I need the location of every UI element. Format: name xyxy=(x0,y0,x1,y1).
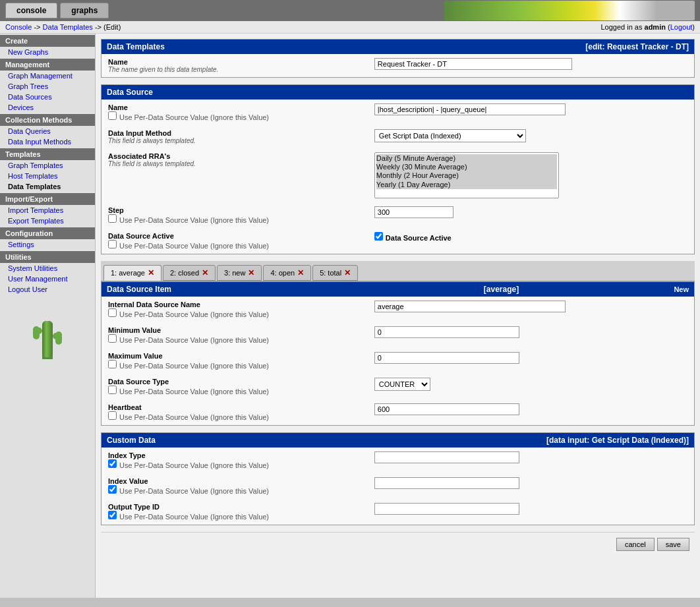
cd-index-value-input[interactable] xyxy=(374,477,519,489)
ds-step-checkbox[interactable] xyxy=(108,214,117,223)
tab-new[interactable]: 3: new ✕ xyxy=(217,265,262,281)
dsi-max-row: Maximum Value Use Per-Data Source Value … xyxy=(102,348,694,374)
ds-rra-label: Associated RRA's xyxy=(108,152,363,160)
name-desc: The name given to this data template. xyxy=(108,66,363,73)
tab-average[interactable]: 1: average ✕ xyxy=(103,265,161,281)
dsi-header: Data Source Item [average] New xyxy=(102,282,694,297)
dsi-heartbeat-input[interactable] xyxy=(374,403,519,415)
top-nav: console graphs xyxy=(0,0,700,21)
dsi-min-checkbox-label: Use Per-Data Source Value (Ignore this V… xyxy=(119,336,269,344)
cd-output-type-input[interactable] xyxy=(374,503,519,515)
tab-closed[interactable]: 2: closed ✕ xyxy=(163,265,216,281)
breadcrumb-datatemplates[interactable]: Data Templates xyxy=(43,23,93,31)
breadcrumb-console[interactable]: Console xyxy=(5,23,32,31)
sidebar-item-settings[interactable]: Settings xyxy=(0,239,95,250)
ds-input-label: Data Input Method xyxy=(108,129,363,137)
sidebar-item-host-templates[interactable]: Host Templates xyxy=(0,171,95,181)
dsi-type-select[interactable]: COUNTER GAUGE DERIVE ABSOLUTE xyxy=(374,378,430,391)
sidebar-item-system-utilities[interactable]: System Utilities xyxy=(0,263,95,274)
template-name-input[interactable] xyxy=(374,58,572,70)
dsi-min-input[interactable] xyxy=(374,326,519,338)
custom-data-panel: Custom Data [data input: Get Script Data… xyxy=(101,432,695,525)
dsi-name-label: Internal Data Source Name xyxy=(108,301,363,308)
dsi-name-checkbox-label: Use Per-Data Source Value (Ignore this V… xyxy=(119,310,269,318)
data-templates-header: Data Templates [edit: Request Tracker - … xyxy=(102,40,694,54)
logout-link[interactable]: Logout xyxy=(670,23,693,31)
dsi-min-checkbox[interactable] xyxy=(108,334,117,343)
dsi-heartbeat-row: Heartbeat Use Per-Data Source Value (Ign… xyxy=(102,399,694,425)
ds-input-select[interactable]: Get Script Data (Indexed) xyxy=(374,129,526,142)
tab-open-close[interactable]: ✕ xyxy=(297,268,304,277)
tab-new-label: 3: new xyxy=(224,269,245,277)
sidebar-item-new-graphs[interactable]: New Graphs xyxy=(0,47,95,57)
cd-output-type-checkbox[interactable] xyxy=(108,511,117,519)
sidebar-config-header: Configuration xyxy=(0,227,95,239)
console-tab[interactable]: console xyxy=(5,3,57,18)
breadcrumb-current: (Edit) xyxy=(103,23,121,31)
ds-step-label: Step xyxy=(108,206,363,214)
dsi-title: Data Source Item xyxy=(107,285,171,294)
cd-index-type-checkbox[interactable] xyxy=(108,459,117,468)
sidebar-item-graph-templates[interactable]: Graph Templates xyxy=(0,160,95,171)
sidebar-item-logout-user[interactable]: Logout User xyxy=(0,284,95,295)
ds-name-checkbox[interactable] xyxy=(108,111,117,120)
ds-name-checkbox-label: Use Per-Data Source Value (Ignore this V… xyxy=(119,113,269,121)
sidebar-item-import-templates[interactable]: Import Templates xyxy=(0,205,95,216)
logged-in-info: Logged in as admin (Logout) xyxy=(600,23,695,31)
ds-active-checkbox[interactable] xyxy=(108,240,117,248)
ds-active-check-label: Data Source Active xyxy=(386,234,452,242)
sidebar-item-data-templates[interactable]: Data Templates xyxy=(0,181,95,192)
data-source-panel: Data Source Name Use Per-Data Source Val… xyxy=(101,84,695,254)
dsi-heartbeat-checkbox[interactable] xyxy=(108,411,117,420)
sidebar-create-header: Create xyxy=(0,35,95,47)
dsi-min-row: Minimum Value Use Per-Data Source Value … xyxy=(102,322,694,348)
tab-open[interactable]: 4: open ✕ xyxy=(263,265,311,281)
dsi-new-btn[interactable]: New xyxy=(674,285,689,293)
dsi-context: [average] xyxy=(484,285,519,294)
dsi-name-checkbox[interactable] xyxy=(108,308,117,317)
dsi-heartbeat-label: Heartbeat xyxy=(108,403,363,411)
logo xyxy=(444,1,695,20)
ds-rra-listbox[interactable]: Daily (5 Minute Average) Weekly (30 Minu… xyxy=(374,152,559,198)
sidebar-item-data-queries[interactable]: Data Queries xyxy=(0,126,95,136)
dsi-min-label: Minimum Value xyxy=(108,326,363,334)
cd-index-value-checkbox[interactable] xyxy=(108,485,117,494)
save-button[interactable]: save xyxy=(657,538,689,551)
cancel-button[interactable]: cancel xyxy=(616,538,655,551)
custom-data-context: [data input: Get Script Data (Indexed)] xyxy=(546,436,689,445)
data-source-title: Data Source xyxy=(107,88,153,97)
tab-total-close[interactable]: ✕ xyxy=(344,268,351,277)
sidebar-item-export-templates[interactable]: Export Templates xyxy=(0,216,95,226)
tab-average-close[interactable]: ✕ xyxy=(148,268,154,277)
ds-name-input[interactable] xyxy=(374,103,566,115)
tab-closed-close[interactable]: ✕ xyxy=(202,268,208,277)
ds-step-input[interactable] xyxy=(374,206,453,218)
sidebar-item-graph-trees[interactable]: Graph Trees xyxy=(0,81,95,92)
tab-open-label: 4: open xyxy=(270,269,295,277)
graphs-tab[interactable]: graphs xyxy=(60,3,109,18)
dsi-max-input[interactable] xyxy=(374,352,519,364)
svg-rect-6 xyxy=(55,332,62,345)
ds-active-check[interactable] xyxy=(374,232,383,241)
name-label: Name xyxy=(108,58,363,66)
ds-active-row: Data Source Active Use Per-Data Source V… xyxy=(102,228,694,254)
cd-index-type-input[interactable] xyxy=(374,451,519,463)
sidebar-item-devices[interactable]: Devices xyxy=(0,102,95,113)
data-source-header: Data Source xyxy=(102,85,694,100)
dsi-name-input[interactable] xyxy=(374,301,566,312)
bottom-bar: cancel save xyxy=(101,532,695,556)
sidebar-item-user-management[interactable]: User Management xyxy=(0,274,95,284)
cd-output-type-row: Output Type ID Use Per-Data Source Value… xyxy=(102,499,694,525)
sidebar-item-data-input-methods[interactable]: Data Input Methods xyxy=(0,136,95,147)
sidebar-item-graph-management[interactable]: Graph Management xyxy=(0,71,95,81)
dsi-type-checkbox[interactable] xyxy=(108,386,117,394)
dsi-max-checkbox[interactable] xyxy=(108,360,117,368)
data-templates-panel: Data Templates [edit: Request Tracker - … xyxy=(101,39,695,78)
custom-data-title: Custom Data xyxy=(107,436,156,445)
tab-new-close[interactable]: ✕ xyxy=(248,268,254,277)
tab-total[interactable]: 5: total ✕ xyxy=(312,265,358,281)
sidebar-item-data-sources[interactable]: Data Sources xyxy=(0,92,95,102)
cd-index-type-row: Index Type Use Per-Data Source Value (Ig… xyxy=(102,448,694,473)
tab-closed-label: 2: closed xyxy=(170,269,199,277)
ds-rra-row: Associated RRA's This field is always te… xyxy=(102,148,694,202)
